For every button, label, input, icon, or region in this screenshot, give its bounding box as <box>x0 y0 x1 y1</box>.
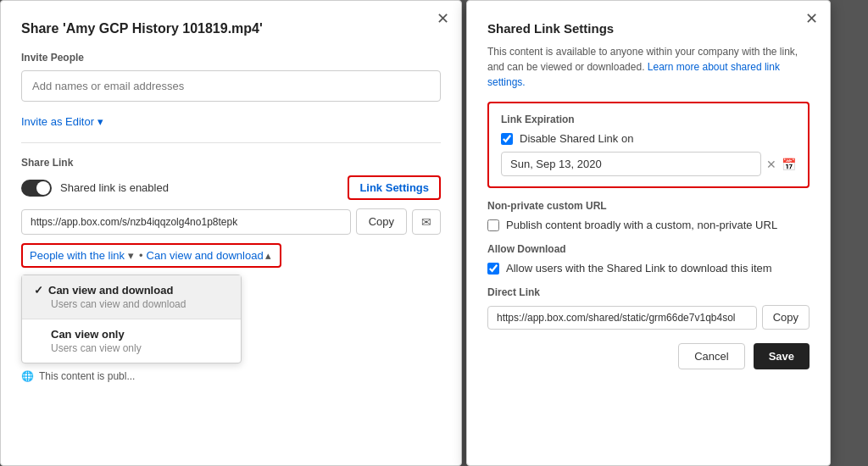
email-button[interactable]: ✉ <box>412 209 441 235</box>
toggle-label: Shared link is enabled <box>60 181 169 194</box>
link-expiration-title: Link Expiration <box>501 114 796 125</box>
invite-input[interactable] <box>21 70 441 102</box>
access-dropdown: ✓ Can view and download Users can view a… <box>21 275 242 363</box>
option2-title: Can view only <box>34 328 229 341</box>
copy-link-button[interactable]: Copy <box>356 208 407 235</box>
non-private-url-title: Non-private custom URL <box>487 200 810 212</box>
divider <box>21 142 441 143</box>
globe-icon: 🌐 <box>21 370 34 382</box>
calendar-button[interactable]: 📅 <box>782 158 796 171</box>
public-info: 🌐 This content is publ... <box>21 370 441 382</box>
invite-editor-label: Invite as Editor <box>21 115 94 128</box>
copy-direct-link-button[interactable]: Copy <box>762 305 810 330</box>
allow-download-checkbox-row: Allow users with the Shared Link to down… <box>487 262 810 275</box>
share-link-row: Shared link is enabled Link Settings <box>21 175 441 200</box>
direct-link-row: Copy <box>487 305 810 330</box>
close-button[interactable]: ✕ <box>437 11 449 26</box>
shared-link-toggle[interactable] <box>21 180 52 197</box>
footer-buttons: Cancel Save <box>487 343 810 369</box>
access-level-btn[interactable]: Can view and download <box>147 249 264 262</box>
option2-desc: Users can view only <box>34 342 229 354</box>
toggle-group: Shared link is enabled <box>21 180 169 197</box>
permissions-row: People with the link ▾ • Can view and do… <box>21 243 281 268</box>
invite-editor-link[interactable]: Invite as Editor ▾ <box>21 115 103 128</box>
shared-link-settings-dialog: ✕ Shared Link Settings This content is a… <box>466 0 831 466</box>
direct-link-title: Direct Link <box>487 286 810 298</box>
non-private-url-checkbox-row: Publish content broadly with a custom, n… <box>487 219 810 231</box>
dropdown-item-view-download[interactable]: ✓ Can view and download Users can view a… <box>22 275 241 319</box>
checkmark-icon: ✓ <box>34 284 43 297</box>
settings-dialog-title: Shared Link Settings <box>487 21 810 36</box>
link-settings-button[interactable]: Link Settings <box>348 175 441 200</box>
disable-link-checkbox[interactable] <box>501 133 513 145</box>
settings-description: This content is available to anyone with… <box>487 44 810 90</box>
non-private-url-checkbox[interactable] <box>487 219 499 231</box>
disable-link-checkbox-row: Disable Shared Link on <box>501 132 796 145</box>
invite-section-label: Invite People <box>21 52 441 64</box>
link-expiration-box: Link Expiration Disable Shared Link on ✕… <box>487 102 810 188</box>
non-private-url-label: Publish content broadly with a custom, n… <box>506 219 777 231</box>
disable-link-label: Disable Shared Link on <box>520 132 633 145</box>
option1-title: ✓ Can view and download <box>34 284 229 297</box>
allow-download-checkbox[interactable] <box>487 263 499 275</box>
non-private-url-section: Non-private custom URL Publish content b… <box>487 200 810 231</box>
dialog-title: Share 'Amy GCP History 101819.mp4' <box>21 21 441 36</box>
cancel-button[interactable]: Cancel <box>678 343 744 369</box>
share-link-section-label: Share Link <box>21 157 441 169</box>
direct-link-input[interactable] <box>487 306 757 330</box>
people-with-link-btn[interactable]: People with the link <box>30 249 125 262</box>
date-input[interactable] <box>501 152 761 176</box>
share-dialog: ✕ Share 'Amy GCP History 101819.mp4' Inv… <box>0 0 462 466</box>
url-row: Copy ✉ <box>21 208 441 235</box>
invite-editor-arrow: ▾ <box>97 115 103 128</box>
option1-desc: Users can view and download <box>34 298 229 310</box>
allow-download-section: Allow Download Allow users with the Shar… <box>487 243 810 275</box>
date-input-row: ✕ 📅 <box>501 152 796 176</box>
allow-download-label: Allow users with the Shared Link to down… <box>506 262 772 275</box>
close-settings-button[interactable]: ✕ <box>805 11 818 26</box>
allow-download-title: Allow Download <box>487 243 810 255</box>
url-input[interactable] <box>21 209 351 235</box>
direct-link-section: Direct Link Copy <box>487 286 810 330</box>
save-button[interactable]: Save <box>754 343 810 369</box>
clear-date-button[interactable]: ✕ <box>766 158 776 171</box>
dropdown-item-view-only[interactable]: Can view only Users can view only <box>22 319 241 363</box>
